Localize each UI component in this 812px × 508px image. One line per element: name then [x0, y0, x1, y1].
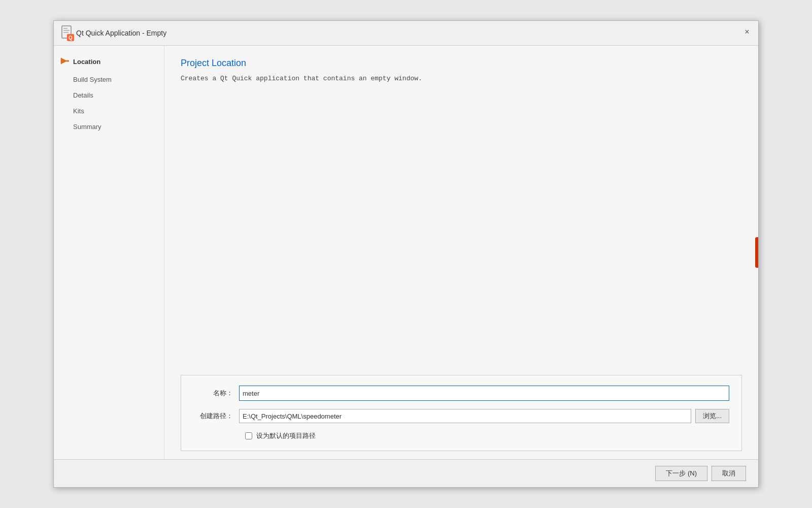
svg-rect-1 — [63, 28, 67, 29]
name-label: 名称： — [193, 389, 239, 398]
path-input-group: 浏览... — [239, 409, 729, 423]
path-label: 创建路径： — [193, 411, 239, 421]
cancel-button[interactable]: 取消 — [712, 466, 746, 481]
section-title: Project Location — [181, 58, 742, 69]
sidebar-item-build-system-label: Build System — [73, 76, 112, 83]
footer: 下一步 (N) 取消 — [54, 459, 758, 487]
next-button[interactable]: 下一步 (N) — [655, 466, 707, 481]
svg-rect-2 — [63, 30, 70, 31]
sidebar-item-location-label: Location — [73, 58, 100, 66]
main-panel: Project Location Creates a Qt Quick appl… — [164, 46, 758, 459]
main-content: Location Build System Details Kits Summa… — [54, 46, 758, 459]
svg-marker-6 — [61, 58, 67, 64]
path-row: 创建路径： 浏览... — [193, 409, 729, 423]
sidebar-item-kits[interactable]: Kits — [54, 103, 164, 119]
svg-rect-7 — [66, 60, 69, 62]
close-button[interactable]: × — [740, 25, 754, 39]
form-area: 名称： 创建路径： 浏览... 设为默认的项目路径 — [181, 375, 742, 451]
arrow-right-icon — [60, 56, 70, 68]
default-path-checkbox[interactable] — [245, 432, 252, 439]
sidebar: Location Build System Details Kits Summa… — [54, 46, 164, 459]
browse-button[interactable]: 浏览... — [695, 409, 729, 423]
section-description: Creates a Qt Quick application that cont… — [181, 75, 742, 82]
sidebar-item-location[interactable]: Location — [54, 52, 164, 72]
svg-rect-3 — [63, 32, 69, 33]
svg-text:Q: Q — [69, 35, 73, 41]
accent-bar — [755, 237, 758, 268]
sidebar-item-summary-label: Summary — [73, 123, 101, 131]
dialog: Q Qt Quick Application - Empty × Locatio… — [53, 20, 759, 488]
title-bar: Q Qt Quick Application - Empty × — [54, 21, 758, 46]
app-icon: Q — [60, 25, 76, 41]
default-path-label[interactable]: 设为默认的项目路径 — [256, 431, 316, 440]
name-input[interactable] — [239, 386, 729, 401]
window-title: Qt Quick Application - Empty — [76, 29, 166, 37]
name-row: 名称： — [193, 386, 729, 401]
sidebar-item-details[interactable]: Details — [54, 87, 164, 103]
sidebar-item-summary[interactable]: Summary — [54, 119, 164, 135]
sidebar-item-kits-label: Kits — [73, 107, 84, 115]
sidebar-item-details-label: Details — [73, 91, 93, 99]
path-input[interactable] — [239, 409, 691, 423]
checkbox-row: 设为默认的项目路径 — [245, 431, 729, 440]
sidebar-item-build-system[interactable]: Build System — [54, 72, 164, 87]
